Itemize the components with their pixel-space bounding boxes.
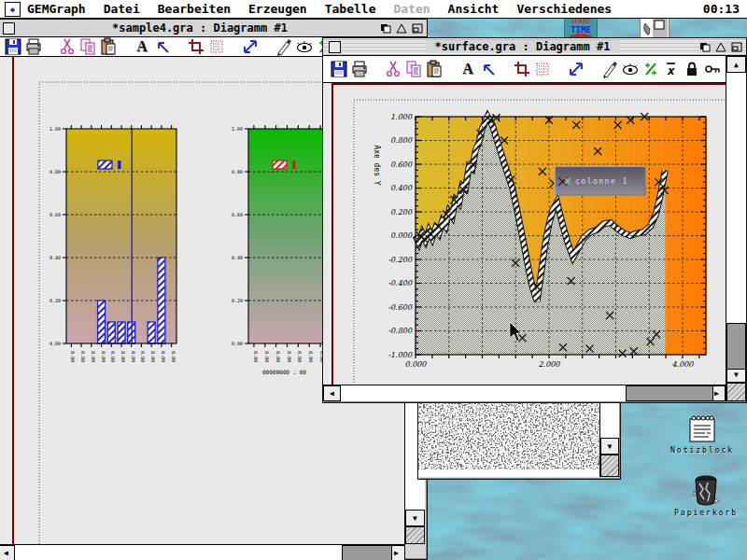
toolbar-paste-button[interactable] (98, 37, 119, 57)
toolbar-pointer-button[interactable] (478, 59, 499, 79)
menu-item-gemgraph[interactable]: GEMGraph (27, 2, 86, 16)
desktop-icon-spare-time[interactable]: SPARE TIME (564, 16, 598, 38)
titlebar-surface[interactable]: *surface.gra : Diagramm #1 (323, 38, 746, 56)
scroll-down-button[interactable]: ▼ (405, 510, 425, 526)
close-button[interactable] (329, 41, 341, 53)
window-buttons (379, 22, 423, 34)
bar (148, 322, 155, 343)
iconify-button[interactable] (395, 22, 407, 34)
svg-text:0.00: 0.00 (131, 351, 136, 362)
desktop-icon-notizblock[interactable]: Notizblock (670, 413, 734, 455)
horizontal-scrollbar[interactable]: ◀ ▶ (0, 544, 405, 560)
vertical-scrollbar[interactable]: ▲ ▼ (726, 56, 746, 401)
toolbar-crop-button[interactable] (186, 37, 206, 57)
close-button[interactable] (3, 22, 15, 35)
toolbar-view-button[interactable] (294, 37, 315, 57)
toolbar-raster-button[interactable] (206, 37, 227, 57)
legend-swatch[interactable] (273, 161, 287, 169)
toolbar-copy-button[interactable] (78, 37, 98, 57)
toolbar-mean-button[interactable]: x (661, 59, 682, 79)
toolbar-copy-button[interactable] (403, 59, 424, 79)
copy-icon (404, 60, 423, 78)
toolbar-statistics-button[interactable] (641, 59, 661, 79)
horizontal-scrollbar[interactable]: ◀ ▶ (323, 385, 726, 401)
menu-item-ansicht[interactable]: Ansicht (448, 2, 500, 16)
toolbar-draw-button[interactable] (274, 37, 294, 57)
chart-legend[interactable]: colonne 1 (555, 166, 645, 195)
window-buttons (698, 41, 742, 52)
resize-icon (567, 60, 585, 78)
paste-icon (99, 37, 118, 56)
svg-text:-0.400: -0.400 (388, 279, 413, 287)
vertical-thumb[interactable] (726, 323, 746, 370)
iconify-button[interactable] (714, 41, 726, 52)
menu-item-verschiedenes[interactable]: Verschiedenes (516, 2, 612, 16)
menu-item-datei[interactable]: Datei (104, 2, 140, 16)
legend-label: colonne 1 (575, 177, 628, 186)
toolbar-save-button[interactable] (3, 37, 23, 57)
vertical-scrollbar[interactable]: ▼ (599, 393, 619, 477)
toolbar-lock-button[interactable] (682, 59, 702, 79)
toolbar-text-button[interactable]: AA (458, 59, 478, 79)
toolbar-raster-button[interactable] (532, 59, 553, 79)
mean-icon: x (662, 60, 681, 78)
pointer-icon (153, 37, 172, 56)
toolbar-resize-button[interactable] (240, 37, 261, 57)
svg-text:0.20: 0.20 (49, 298, 61, 303)
toolbar-protect-button[interactable] (702, 59, 723, 79)
draw-icon (600, 60, 619, 78)
cut-icon (384, 60, 402, 78)
svg-text:4.000: 4.000 (672, 360, 695, 369)
svg-text:0.800: 0.800 (390, 136, 413, 145)
icon-label: Notizblock (670, 446, 734, 455)
cut-icon (58, 37, 77, 56)
resize-grip[interactable] (726, 383, 746, 401)
icon-label: Papierkorb (674, 509, 738, 517)
toolbar-save-button[interactable] (329, 59, 349, 79)
horizontal-track[interactable] (341, 385, 708, 401)
resize-grip[interactable] (600, 455, 619, 477)
toolbar-print-button[interactable] (349, 59, 370, 79)
toolbar-paste-button[interactable] (424, 59, 444, 79)
scroll-up-button[interactable]: ▲ (726, 56, 746, 73)
svg-text:0.00: 0.00 (264, 351, 270, 362)
svg-text:-0.800: -0.800 (388, 327, 413, 335)
scroll-down-button[interactable]: ▼ (600, 438, 619, 455)
legend-swatch[interactable] (98, 161, 112, 169)
svg-text:1.00: 1.00 (49, 126, 61, 132)
svg-text:0.60: 0.60 (49, 212, 61, 217)
toolbar-print-button[interactable] (23, 37, 44, 57)
scroll-left-button[interactable]: ◀ (323, 385, 341, 401)
toolbar-crop-button[interactable] (512, 59, 532, 79)
fuller-button[interactable] (698, 41, 711, 52)
spare-time-icon: SPARE TIME (564, 16, 598, 38)
desktop-icon-papierkorb[interactable]: Papierkorb (674, 474, 738, 517)
toolbar-surface: AAx (323, 56, 726, 83)
toolbar-draw-button[interactable] (599, 59, 620, 79)
menu-item-bearbeiten[interactable]: Bearbeiten (158, 2, 231, 16)
notepad-icon (688, 413, 716, 443)
horizontal-thumb[interactable] (342, 545, 392, 560)
fuller-button[interactable] (379, 22, 391, 34)
svg-text:A: A (462, 61, 473, 77)
gem-diamond-icon[interactable]: ◆ (5, 2, 21, 17)
toolbar-pointer-button[interactable] (152, 37, 173, 57)
horizontal-track[interactable] (15, 545, 388, 560)
titlebar-sample4[interactable]: *sample4.gra : Diagramm #1 (0, 20, 427, 37)
svg-text:0.600: 0.600 (390, 161, 413, 169)
vertical-track[interactable] (726, 73, 746, 366)
toolbar-cut-button[interactable] (57, 37, 78, 57)
scroll-left-button[interactable]: ◀ (0, 545, 15, 560)
shade-button[interactable] (730, 41, 742, 52)
paste-icon (425, 60, 444, 78)
toolbar-cut-button[interactable] (383, 59, 403, 79)
menu-item-tabelle[interactable]: Tabelle (325, 2, 376, 16)
horizontal-thumb[interactable] (626, 385, 713, 401)
menu-item-erzeugen[interactable]: Erzeugen (248, 2, 307, 16)
resize-grip[interactable] (405, 526, 425, 544)
toolbar-resize-button[interactable] (566, 59, 586, 79)
shade-button[interactable] (411, 22, 423, 34)
toolbar-view-button[interactable] (620, 59, 641, 79)
svg-text:-0.200: -0.200 (388, 256, 413, 264)
toolbar-text-button[interactable]: AA (132, 37, 152, 57)
